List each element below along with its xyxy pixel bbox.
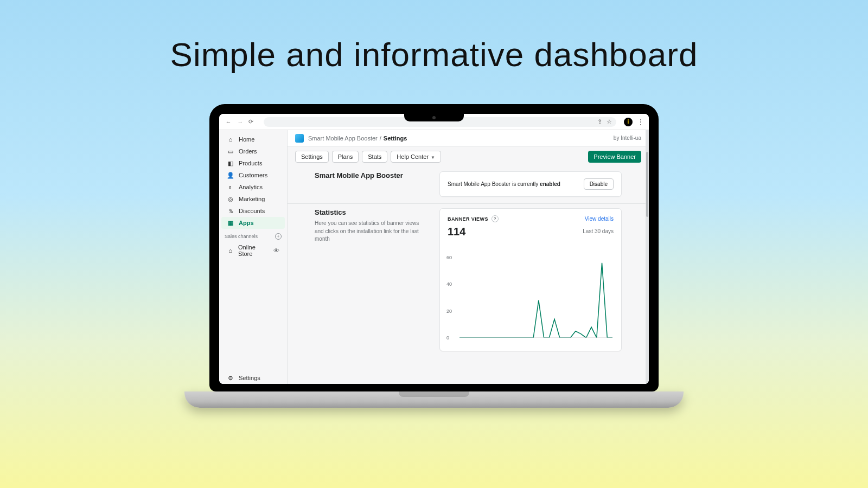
chevron-down-icon: ▼ [431, 155, 435, 160]
tab-help-center[interactable]: Help Center▼ [391, 151, 441, 163]
section-title: Statistics [315, 208, 429, 216]
metric-period: Last 30 days [583, 228, 614, 234]
sidebar-item-label: Analytics [239, 184, 263, 190]
scrollbar[interactable] [646, 130, 649, 384]
preview-store-icon[interactable]: 👁 [273, 247, 279, 254]
sidebar-item-label: Products [239, 160, 262, 166]
laptop-base [184, 391, 684, 408]
sidebar-item-online-store[interactable]: ⌂ Online Store 👁 [221, 242, 285, 259]
section-description: Here you can see statistics of banner vi… [315, 220, 429, 243]
sidebar-item-products[interactable]: ◧Products [221, 157, 285, 169]
marketing-icon: ◎ [227, 195, 234, 203]
tab-stats[interactable]: Stats [362, 151, 387, 163]
sidebar: ⌂Home ▭Orders ◧Products 👤Customers ⫾Anal… [219, 130, 288, 384]
store-icon: ⌂ [227, 247, 234, 254]
breadcrumb-current: Settings [384, 135, 407, 142]
sales-channels-header: Sales channels + [219, 229, 287, 242]
back-button[interactable]: ← [225, 119, 232, 125]
products-icon: ◧ [227, 159, 234, 167]
breadcrumb-app[interactable]: Smart Mobile App Booster [308, 135, 378, 142]
tab-settings[interactable]: Settings [295, 151, 329, 163]
star-icon[interactable]: ☆ [607, 118, 612, 125]
section-title: Smart Mobile App Booster [315, 171, 429, 179]
forward-button[interactable]: → [237, 119, 244, 125]
sidebar-item-marketing[interactable]: ◎Marketing [221, 193, 285, 205]
sidebar-item-home[interactable]: ⌂Home [221, 133, 285, 145]
statistics-card: BANNER VIEWS ? View details 114 Last 30 … [439, 208, 622, 351]
discounts-icon: ％ [227, 207, 234, 215]
status-text: Smart Mobile App Booster is currently en… [448, 181, 560, 187]
laptop-notch [404, 114, 464, 121]
breadcrumb: Smart Mobile App Booster / Settings by I… [288, 130, 649, 146]
sidebar-item-label: Online Store [238, 244, 269, 257]
sidebar-item-label: Discounts [239, 208, 265, 214]
orders-icon: ▭ [227, 147, 234, 155]
sidebar-item-discounts[interactable]: ％Discounts [221, 205, 285, 217]
app-author: by Intelli-ua [614, 135, 641, 141]
laptop-mockup: ← → ⟳ ⇪ ☆ i ⋮ ⌂Home ▭Orders ◧Products 👤C… [209, 104, 659, 408]
breadcrumb-separator: / [380, 135, 381, 142]
add-channel-button[interactable]: + [275, 233, 282, 240]
gear-icon: ⚙ [227, 374, 234, 382]
reload-button[interactable]: ⟳ [248, 118, 256, 125]
apps-icon: ▦ [227, 219, 234, 227]
sidebar-item-apps[interactable]: ▦Apps [221, 217, 285, 229]
browser-menu-button[interactable]: ⋮ [637, 118, 643, 126]
sidebar-item-label: Apps [239, 220, 254, 226]
sidebar-item-customers[interactable]: 👤Customers [221, 169, 285, 181]
customers-icon: 👤 [227, 171, 234, 179]
sidebar-item-label: Settings [239, 375, 260, 381]
sidebar-item-label: Orders [239, 148, 257, 155]
help-icon[interactable]: ? [492, 215, 499, 222]
home-icon: ⌂ [227, 136, 234, 143]
preview-banner-button[interactable]: Preview Banner [588, 151, 641, 163]
view-details-link[interactable]: View details [585, 216, 614, 222]
analytics-icon: ⫾ [227, 183, 234, 191]
app-logo-icon [295, 134, 304, 143]
sidebar-item-label: Marketing [239, 196, 265, 202]
sidebar-item-orders[interactable]: ▭Orders [221, 145, 285, 157]
metric-label: BANNER VIEWS [448, 216, 488, 222]
banner-views-chart: 0204060 [448, 258, 614, 344]
sidebar-item-settings[interactable]: ⚙ Settings [221, 372, 285, 384]
sidebar-item-analytics[interactable]: ⫾Analytics [221, 181, 285, 193]
status-card: Smart Mobile App Booster is currently en… [439, 171, 622, 197]
sidebar-item-label: Home [239, 136, 254, 143]
disable-button[interactable]: Disable [584, 178, 614, 190]
marketing-headline: Simple and informative dashboard [0, 35, 868, 74]
tab-plans[interactable]: Plans [332, 151, 359, 163]
profile-avatar[interactable]: i [624, 118, 633, 126]
tab-bar: Settings Plans Stats Help Center▼ Previe… [288, 146, 649, 167]
share-icon[interactable]: ⇪ [597, 118, 602, 125]
sidebar-item-label: Customers [239, 172, 267, 178]
